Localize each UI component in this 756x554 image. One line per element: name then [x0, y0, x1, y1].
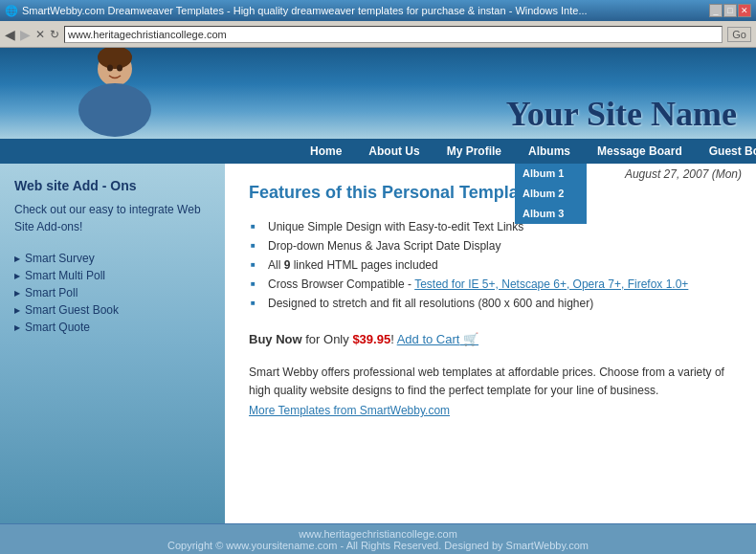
feature-1: Unique Simple Design with Easy-to-edit T… [249, 217, 732, 236]
feature-5: Designed to stretch and fit all resoluti… [249, 294, 732, 313]
nav-message-board[interactable]: Message Board [584, 139, 696, 164]
album-3-item[interactable]: Album 3 [515, 204, 587, 223]
feature-2: Drop-down Menus & Java Script Date Displ… [249, 236, 732, 255]
date-display: August 27, 2007 (Mon) [625, 167, 742, 181]
sidebar-links: Smart Survey Smart Multi Poll Smart Poll… [14, 250, 211, 336]
sidebar-link-guestbook[interactable]: Smart Guest Book [14, 301, 211, 319]
content-title: Features of this Personal Template [249, 183, 732, 203]
description-text: Smart Webby offers professional web temp… [249, 364, 732, 421]
browser-compat-link[interactable]: Tested for IE 5+, Netscape 6+, Opera 7+,… [414, 277, 688, 291]
buy-text-middle: for Only [302, 332, 353, 346]
buy-suffix: ! [390, 332, 394, 346]
features-list: Unique Simple Design with Easy-to-edit T… [249, 217, 732, 313]
feature-3: All 9 linked HTML pages included [249, 255, 732, 275]
titlebar-controls[interactable]: _ □ ✕ [709, 4, 751, 17]
go-button[interactable]: Go [727, 27, 751, 42]
status-bar: www.heritagechristiancollege.com Copyrig… [0, 523, 756, 554]
titlebar-title: SmartWebby.com Dreamweaver Templates - H… [22, 5, 588, 16]
maximize-button[interactable]: □ [723, 4, 737, 17]
browser-icon: 🌐 [5, 5, 18, 17]
close-button[interactable]: ✕ [738, 4, 751, 17]
nav-bar: Home About Us My Profile Albums Album 1 … [0, 139, 756, 164]
titlebar: 🌐 SmartWebby.com Dreamweaver Templates -… [0, 0, 756, 21]
add-to-cart-link[interactable]: Add to Cart 🛒 [397, 332, 478, 346]
titlebar-left: 🌐 SmartWebby.com Dreamweaver Templates -… [5, 5, 588, 17]
browser-chrome: ◀ ▶ ✕ ↻ Go [0, 21, 756, 48]
address-bar[interactable] [64, 26, 723, 43]
sidebar-link-poll[interactable]: Smart Poll [14, 284, 211, 301]
person-image [10, 48, 220, 139]
nav-container: Home About Us My Profile Albums Album 1 … [0, 139, 756, 164]
sidebar: Web site Add - Ons Check out our easy to… [0, 164, 225, 523]
album-1-item[interactable]: Album 1 [515, 164, 587, 183]
content-wrapper: Web site Add - Ons Check out our easy to… [0, 164, 756, 523]
price: $39.95 [352, 332, 390, 346]
refresh-button[interactable]: ↻ [50, 28, 59, 41]
header: Your Site Name [0, 48, 756, 139]
sidebar-description: Check out our easy to integrate Web Site… [14, 201, 211, 235]
svg-point-5 [117, 65, 122, 72]
site-name: Your Site Name [506, 94, 756, 139]
svg-point-4 [107, 65, 113, 72]
sidebar-link-multipoll[interactable]: Smart Multi Poll [14, 267, 211, 284]
forward-button[interactable]: ▶ [20, 27, 31, 42]
album-2-item[interactable]: Album 2 [515, 184, 587, 203]
main-content: Features of this Personal Template Uniqu… [225, 164, 756, 523]
back-button[interactable]: ◀ [5, 27, 15, 42]
albums-submenu: Album 1 Album 2 Album 3 [515, 164, 587, 224]
status-url: www.heritagechristiancollege.com [299, 528, 457, 540]
nav-my-profile[interactable]: My Profile [434, 139, 515, 164]
nav-albums[interactable]: Albums Album 1 Album 2 Album 3 [515, 139, 584, 164]
nav-guest-book[interactable]: Guest Book [696, 139, 756, 164]
status-copyright: Copyright © www.yoursitename.com - All R… [167, 540, 589, 551]
nav-home[interactable]: Home [297, 139, 355, 164]
feature-4: Cross Browser Compatible - Tested for IE… [249, 275, 732, 294]
buy-now-label: Buy Now [249, 332, 302, 346]
sidebar-link-survey[interactable]: Smart Survey [14, 250, 211, 267]
nav-about-us[interactable]: About Us [355, 139, 433, 164]
sidebar-link-quote[interactable]: Smart Quote [14, 319, 211, 336]
main-outer: Your Site Name Home About Us My Profile … [0, 48, 756, 523]
sidebar-title: Web site Add - Ons [14, 178, 211, 193]
buy-section: Buy Now for Only $39.95! Add to Cart 🛒 [249, 332, 732, 346]
svg-point-3 [78, 83, 151, 137]
more-templates-link[interactable]: More Templates from SmartWebby.com [249, 402, 732, 420]
stop-button[interactable]: ✕ [35, 28, 45, 41]
minimize-button[interactable]: _ [709, 4, 723, 17]
